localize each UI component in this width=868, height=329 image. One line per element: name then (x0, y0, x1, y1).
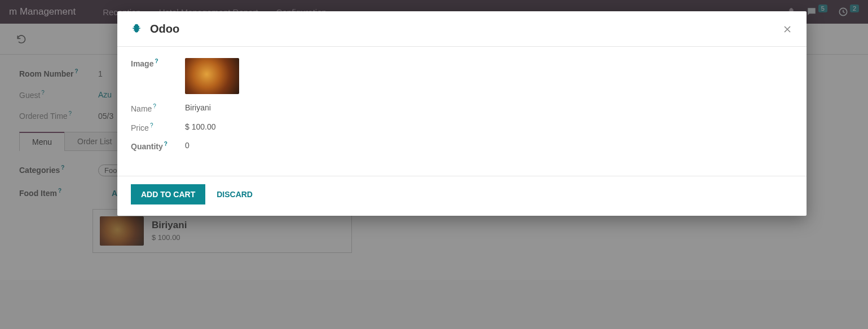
quantity-value[interactable]: 0 (185, 141, 190, 150)
close-icon[interactable] (782, 21, 793, 36)
product-image (185, 58, 239, 94)
help-icon[interactable]: ? (150, 122, 153, 128)
modal-dialog: Odoo Image? Name? Biriyani Price? $ 100.… (117, 11, 807, 216)
help-icon[interactable]: ? (153, 103, 156, 109)
name-label: Name? (131, 103, 185, 113)
price-label: Price? (131, 122, 185, 132)
price-value: $ 100.00 (185, 122, 216, 131)
add-to-cart-button[interactable]: ADD TO CART (131, 184, 205, 204)
help-icon[interactable]: ? (164, 141, 168, 147)
modal-title: Odoo (150, 23, 179, 35)
help-icon[interactable]: ? (155, 58, 158, 64)
quantity-label: Quantity? (131, 141, 185, 151)
name-value: Biriyani (185, 103, 211, 112)
debug-icon (131, 23, 142, 34)
discard-button[interactable]: DISCARD (217, 190, 253, 199)
image-label: Image? (131, 58, 185, 68)
